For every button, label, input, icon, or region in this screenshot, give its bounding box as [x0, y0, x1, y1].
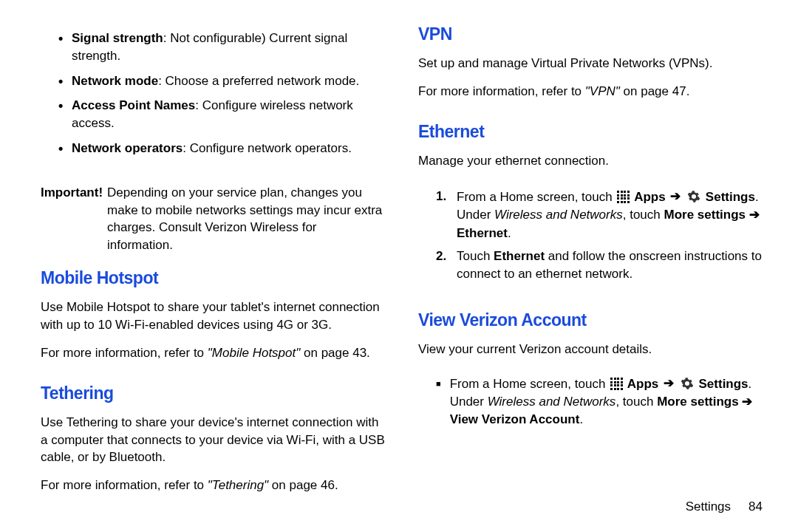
- text: .: [508, 225, 511, 239]
- network-options-list: Signal strength: Not configurable) Curre…: [41, 22, 385, 165]
- step-body: From a Home screen, touch Apps ➔ Setting…: [450, 375, 763, 429]
- apps-grid-icon: [610, 378, 622, 389]
- text: From a Home screen, touch: [450, 376, 609, 390]
- step-item: 2. Touch Ethernet and follow the onscree…: [418, 248, 763, 283]
- term: Signal strength: [72, 31, 163, 45]
- wireless-label: Wireless and Networks: [494, 208, 623, 222]
- desc: : Configure network operators.: [183, 141, 352, 155]
- ref-pre: For more information, refer to: [41, 346, 208, 360]
- text: , touch: [623, 208, 664, 222]
- settings-label: Settings: [706, 189, 755, 203]
- important-label: Important!: [41, 184, 103, 254]
- ethernet-steps: 1. From a Home screen, touch Apps ➔ Sett…: [418, 182, 763, 289]
- list-item: Signal strength: Not configurable) Curre…: [41, 30, 385, 65]
- settings-gear-icon: [687, 190, 700, 203]
- svg-point-1: [686, 382, 689, 385]
- tethering-ref: For more information, refer to "Tetherin…: [41, 477, 385, 494]
- right-column: VPN Set up and manage Virtual Private Ne…: [415, 22, 763, 517]
- step-body: Touch Ethernet and follow the onscreen i…: [457, 248, 763, 283]
- footer-section-label: Settings: [686, 499, 731, 514]
- ref-post: on page 47.: [620, 84, 690, 98]
- heading-ethernet: Ethernet: [418, 120, 763, 143]
- text: , touch: [615, 395, 657, 409]
- vpn-text: Set up and manage Virtual Private Networ…: [418, 55, 763, 72]
- heading-vpn: VPN: [418, 22, 763, 46]
- mobile-hotspot-text: Use Mobile Hotspot to share your tablet'…: [41, 299, 385, 334]
- ref-post: on page 46.: [268, 478, 338, 492]
- square-bullet-icon: ■: [436, 375, 441, 429]
- view-verizon-steps: ■ From a Home screen, touch Apps ➔ Setti…: [418, 370, 763, 433]
- apps-label: Apps: [627, 376, 659, 390]
- ref-link: "VPN": [585, 84, 620, 98]
- footer-page-number: 84: [748, 499, 763, 514]
- text: .: [579, 412, 583, 426]
- step-item: 1. From a Home screen, touch Apps ➔ Sett…: [418, 188, 763, 242]
- term: Network mode: [72, 74, 158, 88]
- ref-pre: For more information, refer to: [418, 84, 585, 98]
- settings-gear-icon: [681, 377, 694, 390]
- page-footer: Settings84: [686, 499, 763, 514]
- heading-mobile-hotspot: Mobile Hotspot: [41, 266, 385, 290]
- list-item: Network mode: Choose a preferred network…: [41, 72, 385, 90]
- heading-view-verizon: View Verizon Account: [418, 308, 763, 332]
- svg-point-0: [692, 195, 695, 198]
- text: Touch: [457, 249, 494, 263]
- arrow-icon: ➔: [670, 188, 681, 205]
- vpn-ref: For more information, refer to "VPN" on …: [418, 83, 763, 100]
- ethernet-text: Manage your ethernet connection.: [418, 152, 763, 170]
- step-number: 1.: [436, 188, 451, 242]
- ref-pre: For more information, refer to: [41, 478, 208, 492]
- ref-post: on page 43.: [300, 346, 370, 360]
- left-column: Signal strength: Not configurable) Curre…: [41, 22, 385, 517]
- term: Access Point Names: [72, 98, 195, 112]
- apps-label: Apps: [634, 189, 666, 203]
- text: From a Home screen, touch: [457, 189, 615, 203]
- ref-link: "Tethering": [208, 478, 268, 492]
- tethering-text: Use Tethering to share your device's int…: [41, 414, 385, 466]
- ref-link: "Mobile Hotspot": [208, 346, 300, 360]
- step-number: 2.: [436, 248, 451, 283]
- important-note: Important! Depending on your service pla…: [41, 184, 385, 254]
- desc: : Choose a preferred network mode.: [158, 74, 359, 88]
- view-verizon-text: View your current Verizon account detail…: [418, 341, 763, 358]
- list-item: Network operators: Configure network ope…: [41, 140, 385, 157]
- heading-tethering: Tethering: [41, 381, 385, 405]
- step-body: From a Home screen, touch Apps ➔ Setting…: [457, 188, 763, 242]
- apps-grid-icon: [617, 191, 629, 202]
- wireless-label: Wireless and Networks: [488, 395, 616, 409]
- settings-label: Settings: [699, 376, 748, 390]
- mobile-hotspot-ref: For more information, refer to "Mobile H…: [41, 344, 385, 362]
- term: Network operators: [72, 141, 183, 155]
- list-item: Access Point Names: Configure wireless n…: [41, 97, 385, 132]
- arrow-icon: ➔: [664, 375, 674, 392]
- step-item: ■ From a Home screen, touch Apps ➔ Setti…: [418, 375, 763, 429]
- important-text: Depending on your service plan, changes …: [107, 184, 385, 254]
- ethernet-bold: Ethernet: [494, 249, 545, 263]
